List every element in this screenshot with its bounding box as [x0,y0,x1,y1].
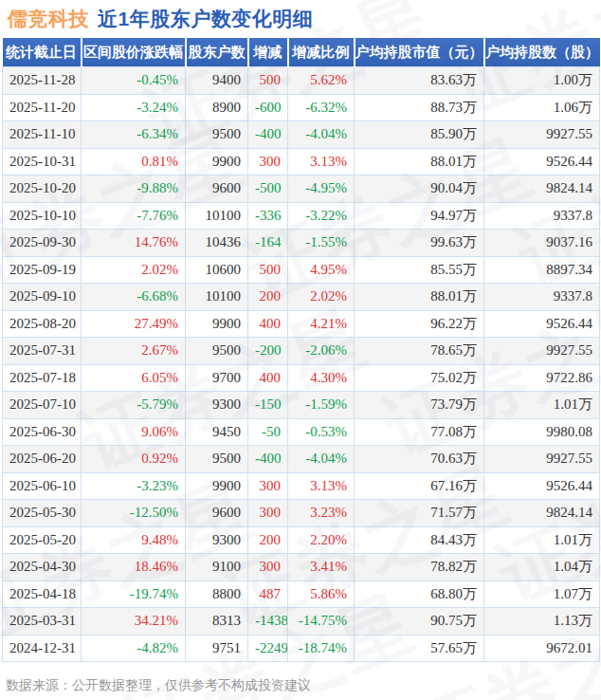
cell-avg-shares: 1.04万 [484,554,600,581]
cell-change: 200 [248,284,288,311]
cell-change-ratio: -2.06% [288,338,355,365]
cell-date: 2025-08-20 [3,310,82,338]
table-row: 2025-11-10 -6.34% 9500 -400 -4.04% 85.90… [3,121,600,149]
table-row: 2025-06-30 9.06% 9450 -50 -0.53% 77.08万 … [3,418,600,446]
cell-avg-value: 70.63万 [355,446,484,473]
cell-holders: 9900 [186,472,248,500]
cell-avg-value: 85.55万 [355,256,484,284]
cell-date: 2025-11-20 [3,94,82,121]
cell-change: -164 [248,230,288,257]
cell-change-ratio: -1.59% [288,392,355,419]
cell-avg-shares: 9927.55 [484,121,600,149]
cell-change: -150 [248,392,288,419]
cell-holders: 8800 [186,580,248,608]
cell-avg-value: 68.80万 [355,580,484,608]
cell-avg-value: 85.90万 [355,121,484,149]
table-row: 2025-11-20 -3.24% 8900 -600 -6.32% 88.73… [3,94,600,121]
table-row: 2025-06-20 0.92% 9500 -400 -4.04% 70.63万… [3,446,600,473]
cell-holders: 9600 [186,175,248,203]
header-cell-pct-change: 区间股价涨跌幅 [82,38,186,67]
cell-avg-value: 67.16万 [355,472,484,500]
cell-avg-shares: 9337.8 [484,284,600,311]
cell-avg-value: 77.08万 [355,418,484,446]
cell-avg-value: 84.43万 [355,526,484,554]
cell-pct-change: -9.88% [82,175,186,203]
cell-holders: 9500 [186,121,248,149]
table-row: 2025-09-19 2.02% 10600 500 4.95% 85.55万 … [3,256,600,284]
cell-change: -400 [248,121,288,149]
cell-avg-shares: 9927.55 [484,338,600,365]
cell-pct-change: 9.06% [82,418,186,446]
cell-avg-shares: 9824.14 [484,175,600,203]
table-row: 2025-11-28 -0.45% 9400 500 5.62% 83.63万 … [3,67,600,95]
cell-change: 500 [248,256,288,284]
cell-date: 2025-07-31 [3,338,82,365]
cell-date: 2025-05-30 [3,500,82,527]
cell-date: 2025-04-30 [3,554,82,581]
table-row: 2025-06-10 -3.23% 9900 300 3.13% 67.16万 … [3,472,600,500]
cell-holders: 9400 [186,67,248,95]
cell-change-ratio: -0.53% [288,418,355,446]
cell-pct-change: -0.45% [82,67,186,95]
cell-avg-shares: 9980.08 [484,418,600,446]
cell-avg-shares: 9824.14 [484,500,600,527]
cell-date: 2024-12-31 [3,635,82,662]
cell-change: 300 [248,500,288,527]
cell-avg-value: 99.63万 [355,230,484,257]
table-row: 2025-04-30 18.46% 9100 300 3.41% 78.82万 … [3,554,600,581]
cell-change-ratio: 3.41% [288,554,355,581]
cell-pct-change: 14.76% [82,230,186,257]
cell-pct-change: 0.92% [82,446,186,473]
cell-holders: 8900 [186,94,248,121]
cell-change-ratio: 3.23% [288,500,355,527]
table-row: 2025-07-31 2.67% 9500 -200 -2.06% 78.65万… [3,338,600,365]
cell-date: 2025-11-28 [3,67,82,95]
cell-change-ratio: -4.04% [288,446,355,473]
cell-pct-change: -3.23% [82,472,186,500]
cell-avg-value: 57.65万 [355,635,484,662]
cell-avg-value: 90.04万 [355,175,484,203]
cell-avg-value: 88.01万 [355,148,484,175]
cell-change-ratio: 2.20% [288,526,355,554]
cell-change-ratio: 4.95% [288,256,355,284]
cell-holders: 9100 [186,554,248,581]
cell-avg-value: 96.22万 [355,310,484,338]
cell-change: -336 [248,202,288,230]
cell-avg-value: 73.79万 [355,392,484,419]
cell-avg-shares: 9337.8 [484,202,600,230]
cell-change: -2249 [248,635,288,662]
header-cell-date: 统计截止日 [3,38,82,67]
title-description: 近1年股东户数变化明细 [98,8,313,29]
cell-change: 500 [248,67,288,95]
cell-avg-shares: 1.01万 [484,392,600,419]
cell-holders: 9900 [186,310,248,338]
cell-change-ratio: -4.04% [288,121,355,149]
page-title: 儒竞科技近1年股东户数变化明细 [8,6,313,32]
cell-avg-value: 83.63万 [355,67,484,95]
cell-change: 400 [248,364,288,392]
cell-change: 400 [248,310,288,338]
cell-avg-shares: 1.07万 [484,580,600,608]
cell-pct-change: 2.67% [82,338,186,365]
cell-pct-change: 6.05% [82,364,186,392]
cell-holders: 9500 [186,446,248,473]
cell-change: 300 [248,148,288,175]
cell-avg-shares: 9526.44 [484,310,600,338]
cell-change: 300 [248,554,288,581]
cell-date: 2025-06-10 [3,472,82,500]
cell-change: 487 [248,580,288,608]
cell-change-ratio: -14.75% [288,608,355,636]
cell-holders: 9700 [186,364,248,392]
cell-change-ratio: 4.21% [288,310,355,338]
cell-pct-change: -6.68% [82,284,186,311]
cell-change: 200 [248,526,288,554]
cell-avg-value: 90.75万 [355,608,484,636]
cell-change-ratio: -3.22% [288,202,355,230]
header-cell-change: 增减 [248,38,288,67]
cell-avg-value: 94.97万 [355,202,484,230]
cell-holders: 9900 [186,148,248,175]
cell-change-ratio: -1.55% [288,230,355,257]
cell-date: 2025-09-19 [3,256,82,284]
table-row: 2025-05-30 -12.50% 9600 300 3.23% 71.57万… [3,500,600,527]
cell-pct-change: 18.46% [82,554,186,581]
